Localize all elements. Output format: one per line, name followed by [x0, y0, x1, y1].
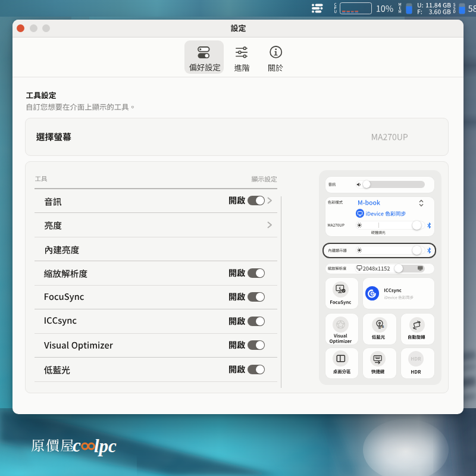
- svg-text:B: B: [381, 324, 384, 328]
